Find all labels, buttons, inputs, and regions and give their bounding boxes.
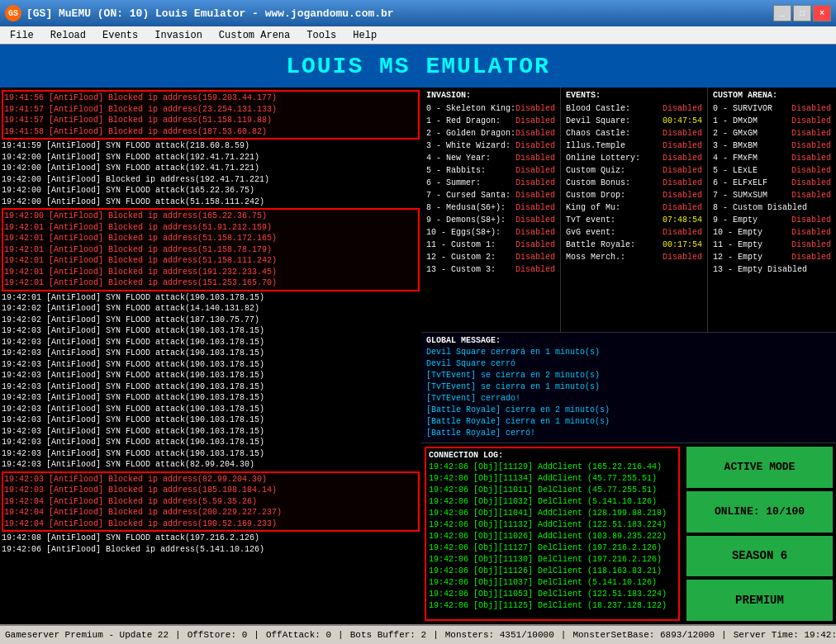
invasion-column: INVASION: 0 - Skeleton King:Disabled 1 -…: [421, 88, 561, 332]
status-separator-1: |: [175, 630, 181, 640]
global-message: GLOBAL MESSAGE: Devil Square cerrará en …: [421, 332, 836, 443]
conn-entry-4: 19:42:06 [Obj][11032] DelClient (5.141.1…: [429, 496, 676, 508]
log-entry: 19:41:56 [AntiFlood] Blocked ip address(…: [4, 92, 417, 104]
conn-entry-7: 19:42:06 [Obj][11026] AddClient (103.89.…: [429, 531, 676, 542]
main-content: 19:41:56 [AntiFlood] Blocked ip address(…: [0, 88, 836, 624]
conn-log-title: CONNECTION LOG:: [429, 451, 676, 460]
menu-events[interactable]: Events: [96, 28, 145, 43]
msg-line-4: [TvTEvent] se cierra en 1 minuto(s): [426, 381, 831, 393]
status-gameserver: Gameserver Premium - Update 22: [5, 630, 169, 640]
log-entry: 19:42:03 [AntiFlood] Blocked ip address(…: [4, 485, 417, 496]
minimize-button[interactable]: _: [773, 5, 791, 21]
log-panel: 19:41:56 [AntiFlood] Blocked ip address(…: [0, 88, 421, 624]
status-offattack: OffAttack: 0: [266, 630, 331, 640]
custom-arena-column: CUSTOM ARENA: 0 - SURVIVORDisabled 1 - D…: [708, 88, 836, 332]
log-entry: 19:42:03 [AntiFlood] SYN FLOOD attack(19…: [2, 426, 420, 438]
log-entry: 19:42:06 [AntiFlood] Blocked ip address(…: [2, 544, 420, 556]
conn-entry-10: 19:42:06 [Obj][11126] DelClient (118.163…: [429, 566, 676, 577]
log-entry: 19:42:00 [AntiFlood] SYN FLOOD attack(19…: [2, 163, 420, 174]
menu-file[interactable]: File: [3, 28, 40, 43]
conn-entry-9: 19:42:06 [Obj][11130] DelClient (197.216…: [429, 554, 676, 566]
log-entry: 19:42:03 [AntiFlood] SYN FLOOD attack(82…: [2, 459, 420, 471]
blocked-group-1: 19:41:56 [AntiFlood] Blocked ip address(…: [2, 90, 420, 140]
log-entry: 19:42:04 [AntiFlood] Blocked ip address(…: [4, 507, 417, 519]
conn-entry-6: 19:42:06 [Obj][11132] AddClient (122.51.…: [429, 519, 676, 531]
app-title: LOUIS MS EMULATOR: [0, 45, 836, 88]
log-entry: 19:42:04 [AntiFlood] Blocked ip address(…: [4, 496, 417, 508]
window-controls: _ □ ×: [773, 5, 831, 21]
log-entry: 19:42:03 [AntiFlood] SYN FLOOD attack(19…: [2, 414, 420, 426]
log-entry: 19:42:03 [AntiFlood] SYN FLOOD attack(19…: [2, 404, 420, 415]
global-message-title: GLOBAL MESSAGE:: [426, 336, 831, 345]
log-entry: 19:42:03 [AntiFlood] SYN FLOOD attack(19…: [2, 325, 420, 337]
menu-tools[interactable]: Tools: [300, 28, 343, 43]
msg-line-1: Devil Square cerrará en 1 minuto(s): [426, 347, 831, 358]
msg-line-7: [Battle Royale] cierra en 1 minuto(s): [426, 416, 831, 428]
events-column: EVENTS: Blood Castle:Disabled Devil Squa…: [561, 88, 708, 332]
log-entry: 19:42:02 [AntiFlood] SYN FLOOD attack(18…: [2, 315, 420, 326]
log-entry: 19:41:59 [AntiFlood] SYN FLOOD attack(21…: [2, 140, 420, 152]
log-entry: 19:42:01 [AntiFlood] Blocked ip address(…: [4, 267, 417, 278]
status-monstersetbase: MonsterSetBase: 6893/12000: [572, 630, 715, 640]
app-icon: GS: [5, 5, 21, 21]
log-entry: 19:41:57 [AntiFlood] Blocked ip address(…: [4, 104, 417, 116]
online-button[interactable]: ONLINE: 10/100: [686, 491, 833, 533]
bottom-section: CONNECTION LOG: 19:42:06 [Obj][11129] Ad…: [421, 443, 836, 624]
status-monsters: Monsters: 4351/10000: [445, 630, 554, 640]
status-separator-5: |: [561, 630, 567, 640]
blocked-group-2: 19:42:00 [AntiFlood] Blocked ip address(…: [2, 208, 420, 291]
app-window: GS [GS] MuEMU (ON: 10) Louis Emulator - …: [0, 0, 836, 644]
status-separator-4: |: [433, 630, 439, 640]
active-panel: ACTIVE MODE ONLINE: 10/100 SEASON 6 PREM…: [683, 443, 836, 624]
log-entry: 19:42:01 [AntiFlood] Blocked ip address(…: [4, 233, 417, 244]
log-entry: 19:42:08 [AntiFlood] SYN FLOOD attack(19…: [2, 533, 420, 544]
active-mode-button[interactable]: ACTIVE MODE: [686, 447, 833, 488]
events-title: EVENTS:: [566, 91, 702, 100]
log-entry: 19:42:04 [AntiFlood] Blocked ip address(…: [4, 519, 417, 530]
window-title: [GS] MuEMU (ON: 10) Louis Emulator - www…: [26, 7, 394, 20]
msg-line-5: [TvTEvent] cerrado!: [426, 393, 831, 405]
log-entry: 19:41:58 [AntiFlood] Blocked ip address(…: [4, 126, 417, 138]
season-button[interactable]: SEASON 6: [686, 536, 833, 577]
log-entry: 19:42:01 [AntiFlood] Blocked ip address(…: [4, 244, 417, 256]
invasion-title: INVASION:: [426, 91, 555, 100]
log-entry: 19:42:01 [AntiFlood] Blocked ip address(…: [4, 277, 417, 289]
log-entry: 19:42:00 [AntiFlood] SYN FLOOD attack(16…: [2, 185, 420, 197]
status-separator-6: |: [721, 630, 727, 640]
conn-entry-2: 19:42:06 [Obj][11134] AddClient (45.77.2…: [429, 473, 676, 485]
right-info-panel: INVASION: 0 - Skeleton King:Disabled 1 -…: [421, 88, 836, 624]
menu-invasion[interactable]: Invasion: [148, 28, 209, 43]
log-entry: 19:41:57 [AntiFlood] Blocked ip address(…: [4, 115, 417, 126]
conn-entry-5: 19:42:06 [Obj][11041] AddClient (128.199…: [429, 508, 676, 519]
premium-button[interactable]: PREMIUM: [686, 580, 833, 621]
log-entry: 19:42:00 [AntiFlood] Blocked ip address(…: [2, 174, 420, 186]
close-button[interactable]: ×: [813, 5, 831, 21]
maximize-button[interactable]: □: [793, 5, 811, 21]
log-entry: 19:42:03 [AntiFlood] SYN FLOOD attack(19…: [2, 437, 420, 448]
status-offstore: OffStore: 0: [188, 630, 248, 640]
conn-entry-13: 19:42:06 [Obj][11125] DelClient (18.237.…: [429, 600, 676, 612]
conn-entry-8: 19:42:06 [Obj][11127] DelClient (197.216…: [429, 542, 676, 554]
menu-help[interactable]: Help: [346, 28, 383, 43]
menu-bar: File Reload Events Invasion Custom Arena…: [0, 26, 836, 45]
msg-line-8: [Battle Royale] cerró!: [426, 428, 831, 439]
log-entry: 19:42:00 [AntiFlood] Blocked ip address(…: [4, 211, 417, 222]
title-bar: GS [GS] MuEMU (ON: 10) Louis Emulator - …: [0, 0, 836, 26]
info-columns: INVASION: 0 - Skeleton King:Disabled 1 -…: [421, 88, 836, 332]
log-entry: 19:42:01 [AntiFlood] Blocked ip address(…: [4, 222, 417, 234]
blocked-group-3: 19:42:03 [AntiFlood] Blocked ip address(…: [2, 471, 420, 533]
status-separator-2: |: [254, 630, 259, 640]
status-bar: Gameserver Premium - Update 22 | OffStor…: [0, 624, 836, 644]
status-servertime: Server Time: 19:42:06: [734, 630, 836, 640]
msg-line-3: [TvTEvent] se cierra en 2 minuto(s): [426, 370, 831, 381]
menu-reload[interactable]: Reload: [44, 28, 93, 43]
custom-arena-title: CUSTOM ARENA:: [713, 91, 831, 100]
log-entry: 19:42:01 [AntiFlood] SYN FLOOD attack(19…: [2, 292, 420, 304]
status-bots: Bots Buffer: 2: [350, 630, 426, 640]
msg-line-6: [Battle Royale] cierra en 2 minuto(s): [426, 405, 831, 416]
status-separator-3: |: [338, 630, 344, 640]
log-entry: 19:42:03 [AntiFlood] SYN FLOOD attack(19…: [2, 370, 420, 381]
log-entry: 19:42:03 [AntiFlood] SYN FLOOD attack(19…: [2, 392, 420, 404]
log-entry: 19:42:03 [AntiFlood] SYN FLOOD attack(19…: [2, 337, 420, 348]
menu-custom-arena[interactable]: Custom Arena: [212, 28, 297, 43]
